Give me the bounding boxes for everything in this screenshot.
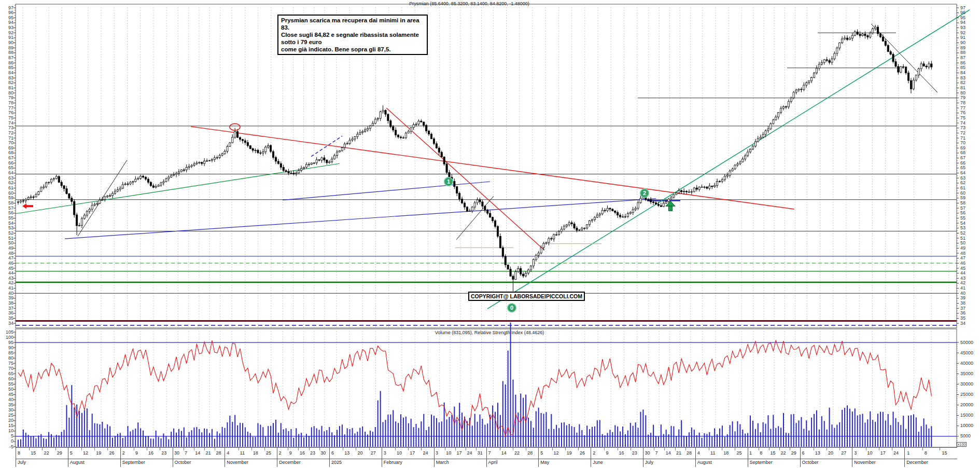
price-tick-label-right: 83 [960, 76, 965, 80]
volume-tick-label: 40000 [960, 361, 973, 366]
week-date-label: 3 [384, 450, 386, 456]
price-tick-label-right: 42 [960, 281, 965, 285]
gridlines-layer [23, 7, 949, 447]
price-tick-label-left: 64 [1, 171, 13, 175]
month-label: December [279, 460, 301, 465]
price-tick-label-left: 66 [1, 161, 13, 166]
price-tick-label-right: 63 [960, 176, 965, 181]
price-tick-label-left: 50 [1, 241, 13, 245]
month-label: August [697, 460, 712, 465]
week-tick [288, 448, 288, 450]
rsi-tick-label: 65 [1, 371, 13, 376]
price-tick-label-left: 46 [1, 261, 13, 266]
week-tick [565, 448, 566, 450]
copyright-label: COPYRIGHT@ LABORSADEIPICCOLI.COM [468, 292, 585, 301]
price-tick-label-left: 77 [1, 106, 13, 111]
month-label: April [488, 460, 498, 465]
week-date-label: 13 [815, 450, 820, 456]
price-tick-label-right: 95 [960, 16, 965, 20]
week-date-label: 2 [593, 450, 595, 456]
rsi-tick-label: 15 [1, 423, 13, 428]
volume-tick-label: 20000 [960, 403, 973, 407]
x-axis-month-dates: 4111825 [695, 447, 748, 459]
week-date-label: 16 [148, 450, 153, 456]
week-tick [779, 448, 780, 450]
x-axis-month-dates: 8152229 [16, 447, 68, 459]
x-axis-month-dates: 3101724 [852, 447, 905, 459]
week-date-label: 24 [893, 450, 899, 456]
annotation-line: Prysmian scarica ma recupera dai minimi … [281, 17, 424, 31]
x-axis-month-name-cell: 2025 [329, 458, 382, 467]
rsi-reference-layer [16, 342, 957, 436]
week-tick [369, 448, 370, 450]
price-tick-label-left: 45 [1, 266, 13, 271]
week-tick [147, 448, 147, 450]
week-tick [55, 448, 56, 450]
rsi-tick-label: 60 [1, 377, 13, 381]
week-tick [194, 448, 194, 450]
month-label: 2025 [331, 460, 342, 465]
rsi-tick-label: 5 [1, 434, 13, 438]
volume-bars-layer [18, 323, 931, 447]
price-tick-label-right: 81 [960, 86, 965, 90]
price-tick-label-left: 73 [1, 126, 13, 130]
week-tick [631, 448, 631, 450]
week-date-label: 31 [478, 450, 483, 456]
price-tick-label-left: 60 [1, 191, 13, 196]
week-tick [675, 448, 676, 450]
week-date-label: 29 [791, 450, 796, 456]
x-axis-month-name-cell: April [486, 458, 539, 467]
price-tick-label-right: 50 [960, 241, 965, 245]
price-tick-label-left: 72 [1, 131, 13, 135]
week-date-label: 7 [185, 450, 187, 456]
week-tick [215, 448, 215, 450]
week-date-label: 20 [357, 450, 362, 456]
price-tick-label-right: 58 [960, 201, 965, 205]
rsi-tick-label: 35 [1, 403, 13, 407]
price-tick-label-left: 84 [1, 71, 13, 75]
rsi-tick-label: 85 [1, 351, 13, 355]
week-tick [664, 448, 665, 450]
volume-tick-label: 10000 [960, 423, 973, 428]
week-date-label: 8 [18, 450, 20, 456]
rsi-tick-label: 80 [1, 356, 13, 361]
x-axis: 8152229July5121926August291623September3… [16, 447, 957, 468]
price-tick-label-right: 52 [960, 231, 965, 236]
price-tick-label-right: 68 [960, 150, 965, 155]
week-tick [184, 448, 184, 450]
price-tick-label-left: 94 [1, 20, 13, 25]
week-tick [839, 448, 840, 450]
week-date-label: 5 [70, 450, 73, 456]
price-tick-label-left: 43 [1, 276, 13, 281]
price-tick-label-right: 97 [960, 6, 965, 10]
week-date-label: 17 [456, 450, 461, 456]
annotation-box: Prysmian scarica ma recupera dai minimi … [277, 15, 428, 55]
week-tick [814, 448, 814, 450]
price-tick-label-left: 44 [1, 271, 13, 276]
week-tick [552, 448, 553, 450]
week-date-label: 10 [446, 450, 451, 456]
week-date-label: 16 [300, 450, 305, 456]
month-label: November [854, 460, 876, 465]
price-tick-label-left: 57 [1, 206, 13, 211]
price-tick-label-right: 41 [960, 286, 965, 291]
price-tick-label-right: 43 [960, 276, 965, 281]
price-tick-label-left: 65 [1, 166, 13, 170]
month-label: September [750, 460, 773, 465]
week-date-label: 18 [253, 450, 258, 456]
price-tick-label-right: 74 [960, 121, 965, 126]
week-date-label: 14 [501, 450, 507, 456]
price-tick-label-right: 34 [960, 321, 965, 326]
chart-title: Prysmian (85.6400, 85.3200, 83.1400, 84.… [171, 1, 767, 6]
price-tick-label-left: 48 [1, 251, 13, 256]
price-tick-label-left: 76 [1, 111, 13, 115]
price-tick-label-left: 49 [1, 246, 13, 251]
week-date-label: 24 [467, 450, 472, 456]
week-tick [94, 448, 95, 450]
price-tick-label-right: 47 [960, 256, 965, 260]
x-axis-month-name-cell: August [68, 458, 121, 467]
marker-circle-label: 2 [643, 190, 646, 196]
week-tick [445, 448, 445, 450]
week-tick [940, 448, 940, 450]
week-date-label: 21 [676, 450, 681, 456]
